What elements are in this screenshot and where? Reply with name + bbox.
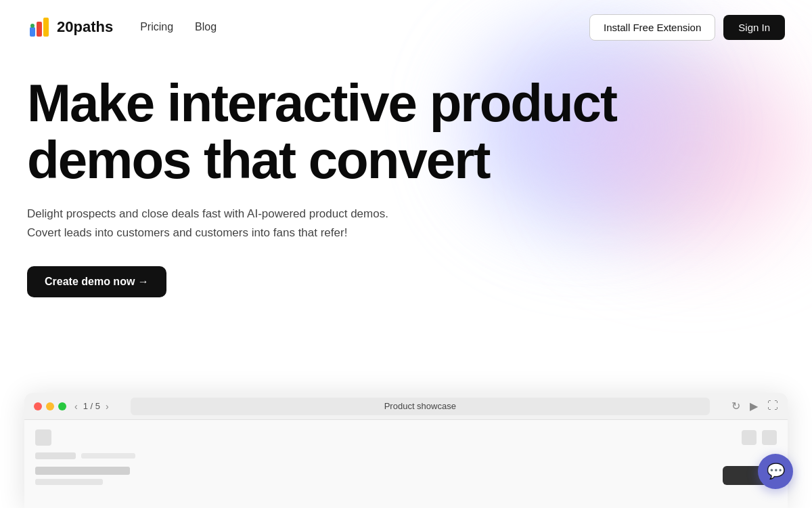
hero-title: Make interactive product demos that conv… <box>27 75 670 188</box>
hero-subtitle-line2: Covert leads into customers and customer… <box>27 226 347 239</box>
hero-title-line2: demos that convert <box>27 130 489 190</box>
traffic-light-yellow[interactable] <box>46 402 54 410</box>
svg-rect-3 <box>37 22 42 37</box>
pricing-link[interactable]: Pricing <box>140 21 173 33</box>
forward-arrow-icon[interactable]: › <box>106 401 109 412</box>
content-row-2 <box>35 466 777 485</box>
browser-nav: ‹ 1 / 5 › <box>74 401 109 412</box>
navigation: 20paths Pricing Blog Install Free Extens… <box>0 0 812 54</box>
logo-link[interactable]: 20paths <box>27 15 113 39</box>
url-label: Product showcase <box>384 401 456 411</box>
browser-content-top <box>35 429 777 446</box>
nav-item-blog[interactable]: Blog <box>195 21 217 33</box>
blog-link[interactable]: Blog <box>195 21 217 33</box>
svg-point-5 <box>30 24 35 28</box>
content-label-1 <box>35 452 76 459</box>
hero-section: Make interactive product demos that conv… <box>0 54 812 297</box>
traffic-lights <box>34 402 66 410</box>
demo-browser: ‹ 1 / 5 › Product showcase ↻ ▶ ⛶ <box>24 393 788 508</box>
traffic-light-green[interactable] <box>58 402 66 410</box>
page-counter: 1 / 5 <box>83 401 100 411</box>
signin-button[interactable]: Sign In <box>723 15 785 40</box>
hero-subtitle-line1: Delight prospects and close deals fast w… <box>27 207 388 220</box>
browser-actions: ↻ ▶ ⛶ <box>731 400 778 412</box>
browser-titlebar: ‹ 1 / 5 › Product showcase ↻ ▶ ⛶ <box>24 393 788 420</box>
nav-links: Pricing Blog <box>140 21 217 33</box>
browser-url-bar: Product showcase <box>131 398 710 415</box>
content-item-1 <box>35 467 130 485</box>
refresh-icon[interactable]: ↻ <box>731 400 740 412</box>
logo-icon <box>27 15 51 39</box>
back-arrow-icon[interactable]: ‹ <box>74 401 78 412</box>
action-btn-1[interactable] <box>742 430 757 445</box>
chat-icon: 💬 <box>767 463 785 480</box>
svg-rect-4 <box>43 18 49 37</box>
create-demo-button[interactable]: Create demo now → <box>27 266 166 297</box>
hero-title-line1: Make interactive product <box>27 73 616 133</box>
chat-button[interactable]: 💬 <box>758 454 793 489</box>
hero-subtitle: Delight prospects and close deals fast w… <box>27 205 433 241</box>
content-row-1 <box>35 452 777 459</box>
content-label-sm-1 <box>81 453 135 459</box>
content-icon <box>35 429 51 446</box>
play-icon[interactable]: ▶ <box>750 400 758 412</box>
item-title-1 <box>35 467 130 475</box>
nav-right: Install Free Extension Sign In <box>589 14 785 41</box>
fullscreen-icon[interactable]: ⛶ <box>767 400 778 412</box>
action-btn-2[interactable] <box>762 430 777 445</box>
item-sub-1 <box>35 479 103 485</box>
svg-rect-2 <box>30 27 35 37</box>
nav-item-pricing[interactable]: Pricing <box>140 21 173 33</box>
content-actions <box>742 430 777 445</box>
browser-body <box>24 420 788 508</box>
traffic-light-red[interactable] <box>34 402 42 410</box>
install-extension-button[interactable]: Install Free Extension <box>589 14 715 41</box>
logo-text: 20paths <box>57 18 113 36</box>
nav-left: 20paths Pricing Blog <box>27 15 217 39</box>
demo-browser-wrapper: ‹ 1 / 5 › Product showcase ↻ ▶ ⛶ <box>24 393 788 508</box>
